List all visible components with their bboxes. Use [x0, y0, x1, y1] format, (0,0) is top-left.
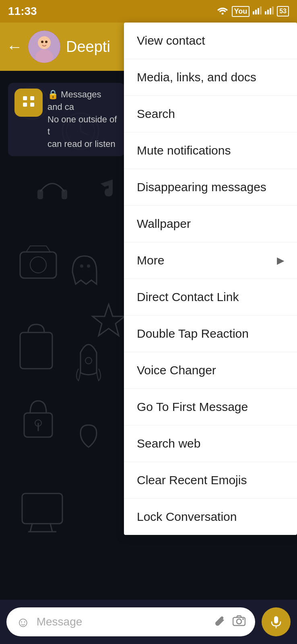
- status-time: 11:33: [8, 5, 37, 18]
- svg-point-41: [237, 619, 241, 624]
- header-contact-info: Deepti: [66, 38, 110, 56]
- menu-item-label-search: Search: [137, 107, 175, 121]
- menu-item-label-media-links-docs: Media, links, and docs: [137, 70, 256, 84]
- menu-item-label-more: More: [137, 254, 164, 267]
- svg-rect-39: [30, 103, 34, 107]
- signal-icon1: [253, 6, 262, 17]
- svg-rect-38: [23, 103, 27, 107]
- svg-rect-6: [267, 10, 269, 14]
- menu-item-go-to-first-message[interactable]: Go To First Message: [124, 389, 297, 425]
- svg-rect-2: [255, 10, 257, 14]
- menu-item-view-contact[interactable]: View contact: [124, 23, 297, 59]
- message-input-wrap: ☺ Message: [6, 607, 255, 636]
- menu-item-label-voice-changer: Voice Changer: [137, 363, 216, 377]
- svg-rect-37: [30, 96, 34, 100]
- svg-point-10: [38, 36, 51, 49]
- svg-point-23: [30, 257, 46, 273]
- svg-point-13: [45, 41, 47, 43]
- svg-point-25: [87, 264, 90, 268]
- menu-item-label-lock-conversation: Lock Conversation: [137, 510, 237, 524]
- menu-item-double-tap-reaction[interactable]: Double Tap Reaction: [124, 316, 297, 352]
- camera-button[interactable]: [233, 615, 245, 629]
- input-bar: ☺ Message: [0, 600, 297, 644]
- svg-rect-20: [37, 190, 43, 199]
- svg-rect-8: [272, 6, 274, 14]
- svg-rect-36: [23, 96, 27, 100]
- svg-rect-27: [20, 332, 52, 369]
- svg-rect-43: [274, 616, 278, 623]
- menu-item-mute-notifications[interactable]: Mute notifications: [124, 132, 297, 169]
- svg-point-28: [85, 357, 92, 364]
- wifi-icon: [217, 6, 229, 17]
- encryption-icon: [14, 89, 43, 117]
- svg-marker-26: [93, 304, 125, 336]
- menu-item-label-direct-contact-link: Direct Contact Link: [137, 290, 239, 304]
- attachment-button[interactable]: [214, 615, 226, 630]
- svg-rect-7: [270, 8, 271, 14]
- battery-icon: 53: [277, 6, 289, 17]
- menu-item-direct-contact-link[interactable]: Direct Contact Link: [124, 279, 297, 316]
- menu-item-label-search-web: Search web: [137, 437, 200, 450]
- mic-button[interactable]: [262, 607, 291, 636]
- menu-item-disappearing-messages[interactable]: Disappearing messages: [124, 169, 297, 206]
- contact-name: Deepti: [66, 38, 110, 56]
- svg-point-42: [242, 618, 244, 620]
- menu-item-media-links-docs[interactable]: Media, links, and docs: [124, 59, 297, 96]
- menu-item-search-web[interactable]: Search web: [124, 425, 297, 462]
- menu-item-clear-recent-emojis[interactable]: Clear Recent Emojis: [124, 462, 297, 499]
- signal-icon2: [265, 6, 274, 17]
- menu-item-label-disappearing-messages: Disappearing messages: [137, 180, 266, 194]
- svg-rect-4: [260, 6, 262, 14]
- encryption-notice: 🔒 Messages and caNo one outside of tcan …: [8, 83, 125, 156]
- message-placeholder[interactable]: Message: [37, 615, 208, 628]
- menu-item-lock-conversation[interactable]: Lock Conversation: [124, 499, 297, 535]
- menu-item-label-clear-recent-emojis: Clear Recent Emojis: [137, 473, 247, 487]
- svg-rect-22: [20, 252, 56, 278]
- dropdown-menu: View contactMedia, links, and docsSearch…: [124, 23, 297, 535]
- emoji-button[interactable]: ☺: [16, 614, 30, 630]
- status-icons: You 53: [217, 6, 289, 17]
- menu-item-label-wallpaper: Wallpaper: [137, 217, 191, 231]
- menu-item-wallpaper[interactable]: Wallpaper: [124, 206, 297, 242]
- svg-line-34: [50, 524, 52, 532]
- menu-item-more[interactable]: More▶: [124, 242, 297, 279]
- network-icon: You: [232, 6, 250, 17]
- menu-item-arrow-more: ▶: [277, 255, 284, 266]
- avatar[interactable]: [28, 31, 60, 63]
- menu-item-label-go-to-first-message: Go To First Message: [137, 400, 248, 414]
- svg-point-24: [80, 264, 83, 268]
- svg-point-12: [41, 41, 43, 43]
- encryption-text: 🔒 Messages and caNo one outside of tcan …: [47, 89, 118, 151]
- menu-item-label-double-tap-reaction: Double Tap Reaction: [137, 327, 249, 341]
- svg-rect-1: [253, 11, 254, 14]
- svg-rect-32: [22, 493, 62, 524]
- menu-item-label-mute-notifications: Mute notifications: [137, 144, 231, 157]
- svg-line-33: [30, 524, 32, 532]
- status-bar: 11:33 You 53: [0, 0, 297, 23]
- menu-item-label-view-contact: View contact: [137, 34, 205, 47]
- svg-rect-5: [265, 11, 266, 14]
- back-button[interactable]: ←: [6, 39, 23, 55]
- menu-item-search[interactable]: Search: [124, 96, 297, 132]
- menu-item-voice-changer[interactable]: Voice Changer: [124, 352, 297, 389]
- svg-rect-21: [62, 190, 67, 199]
- svg-rect-3: [258, 8, 259, 14]
- svg-point-0: [221, 13, 223, 15]
